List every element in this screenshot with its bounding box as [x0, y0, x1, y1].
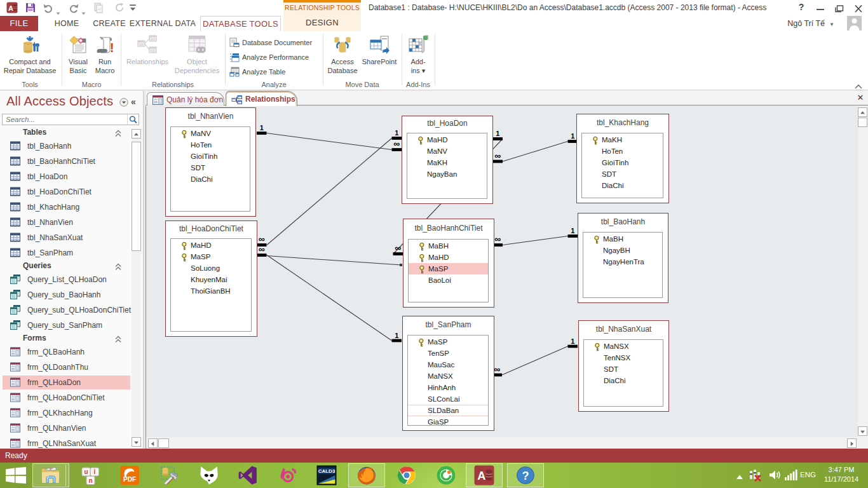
field-row-HoTen[interactable]: HoTen: [582, 146, 663, 157]
field-row-MaNV[interactable]: MaNV: [171, 128, 250, 139]
field-row-TenNSX[interactable]: TenNSX: [584, 352, 663, 363]
field-row-NgayHenTra[interactable]: NgayHenTra: [583, 256, 662, 268]
field-row-MaBH[interactable]: MaBH: [583, 233, 662, 245]
diagram-table-tbl_HoaDon[interactable]: tbl_HoaDonMaHDMaNVMaKHNgayBan: [402, 116, 493, 204]
tray-volume-icon[interactable]: [768, 469, 781, 481]
nav-scroll-down-button[interactable]: [132, 437, 141, 447]
document-tab-relationships[interactable]: Relationships: [226, 91, 297, 106]
collapse-group-icon[interactable]: [115, 128, 121, 136]
field-row-MaHD[interactable]: MaHD: [409, 252, 488, 263]
field-row-MaSP[interactable]: MaSP: [409, 263, 488, 274]
nav-item-frm_QLNhaSanXuat[interactable]: frm_QLNhaSanXuat: [0, 436, 144, 449]
field-row-NgayBH[interactable]: NgayBH: [583, 245, 662, 256]
field-row-SDT[interactable]: SDT: [171, 162, 250, 173]
field-row-DiaChi[interactable]: DiaChi: [584, 375, 663, 386]
nav-item-frm_QLHoaDon[interactable]: frm_QLHoaDon: [0, 375, 144, 390]
nav-item-Query_List_QLHoaDon[interactable]: Query_List_QLHoaDon: [0, 272, 144, 287]
search-input[interactable]: [6, 114, 120, 125]
nav-item-tbl_BaoHanh[interactable]: tbl_BaoHanh: [0, 139, 144, 154]
undo-dropdown-icon[interactable]: [56, 6, 60, 10]
field-row-HinhAnh[interactable]: HinhAnh: [408, 382, 488, 393]
nav-scrollbar[interactable]: [132, 129, 142, 447]
field-row-GioiTinh[interactable]: GioiTinh: [582, 157, 663, 168]
nav-item-Query_sub_BaoHanh[interactable]: Query_sub_BaoHanh: [0, 287, 144, 302]
canvas-scroll-up-button[interactable]: [858, 107, 867, 117]
refresh-button[interactable]: [114, 2, 125, 13]
nav-group-header-queries[interactable]: Queries: [0, 261, 144, 272]
nav-item-tbl_HoaDonChiTiet[interactable]: tbl_HoaDonChiTiet: [0, 184, 144, 200]
nav-item-Query_sub_QLHoaDonChiTiet[interactable]: Query_sub_QLHoaDonChiTiet: [0, 302, 144, 318]
nav-pane-title[interactable]: All Access Objects: [6, 94, 113, 109]
tray-time[interactable]: 3:47 PM: [826, 466, 857, 473]
field-row-MaKH[interactable]: MaKH: [582, 134, 663, 146]
collapse-ribbon-button[interactable]: [854, 82, 863, 89]
redo-button[interactable]: [68, 2, 79, 13]
field-row-MaSP[interactable]: MaSP: [171, 251, 251, 262]
nav-pane-menu-icon[interactable]: [119, 98, 128, 107]
field-row-GioiTinh[interactable]: GioiTinh: [171, 151, 250, 162]
diagram-table-tbl_BaoHanhChiTiet[interactable]: tbl_BaoHanhChiTietMaBHMaHDMaSPBaoLoi: [403, 219, 494, 308]
field-row-DiaChi[interactable]: DiaChi: [171, 173, 250, 185]
field-row-SLDaBan[interactable]: SLDaBan: [408, 405, 488, 416]
tray-device-error-icon[interactable]: [749, 468, 762, 482]
tray-show-hidden-icon[interactable]: [735, 471, 744, 478]
nav-item-tbl_BaoHanhChiTiet[interactable]: tbl_BaoHanhChiTiet: [0, 154, 144, 169]
nav-item-tbl_KhachHang[interactable]: tbl_KhachHang: [0, 200, 144, 215]
tray-date[interactable]: 11/17/2014: [822, 475, 860, 483]
tab-file[interactable]: FILE: [0, 16, 38, 31]
tab-create[interactable]: CREATE: [93, 16, 126, 31]
redo-dropdown-icon[interactable]: [81, 6, 86, 10]
field-row-MaNSX[interactable]: MaNSX: [408, 370, 488, 382]
collapse-group-icon[interactable]: [115, 262, 121, 269]
field-row-SDT[interactable]: SDT: [584, 363, 663, 375]
nav-item-tbl_NhaSanXuat[interactable]: tbl_NhaSanXuat: [0, 230, 144, 245]
diagram-table-tbl_KhachHang[interactable]: tbl_KhachHangMaKHHoTenGioiTinhSDTDiaChi: [576, 114, 669, 203]
field-row-SDT[interactable]: SDT: [582, 168, 663, 180]
nav-group-header-forms[interactable]: Forms: [0, 333, 144, 344]
nav-item-frm_QLDoanhThu[interactable]: frm_QLDoanhThu: [0, 360, 144, 375]
nav-item-tbl_NhanVien[interactable]: tbl_NhanVien: [0, 215, 144, 230]
field-row-MaNSX[interactable]: MaNSX: [584, 341, 663, 352]
field-row-SoLuong[interactable]: SoLuong: [171, 262, 251, 274]
ribbon-button-database-documenter[interactable]: Database Documenter: [229, 36, 312, 47]
field-row-DiaChi[interactable]: DiaChi: [582, 180, 663, 191]
tab-design[interactable]: DESIGN: [283, 18, 361, 27]
save-button[interactable]: [25, 2, 36, 13]
diagram-table-tbl_NhaSanXuat[interactable]: tbl_NhaSanXuatMaNSXTenNSXSDTDiaChi: [578, 320, 669, 412]
field-row-MaHD[interactable]: MaHD: [171, 240, 251, 251]
field-row-ThoiGianBH[interactable]: ThoiGianBH: [171, 285, 251, 297]
field-row-SLConLai[interactable]: SLConLai: [408, 393, 488, 405]
relationships-canvas[interactable]: 1∞1∞1∞1∞1∞1∞1∞ tbl_NhanVienMaNVHoTenGioi…: [146, 106, 858, 437]
field-row-NgayBan[interactable]: NgayBan: [407, 168, 487, 180]
nav-item-tbl_SanPham[interactable]: tbl_SanPham: [0, 245, 144, 261]
field-row-MaBH[interactable]: MaBH: [409, 240, 488, 252]
canvas-horizontal-scrollbar[interactable]: [146, 437, 858, 449]
nav-group-header-tables[interactable]: Tables: [0, 127, 144, 139]
diagram-table-tbl_SanPham[interactable]: tbl_SanPhamMaSPTenSPMauSacMaNSXHinhAnhSL…: [402, 316, 494, 431]
field-row-HoTen[interactable]: HoTen: [171, 139, 250, 151]
nav-item-Query_sub_SanPham[interactable]: Query_sub_SanPham: [0, 318, 144, 333]
nav-item-frm_QLNhanVien[interactable]: frm_QLNhanVien: [0, 421, 144, 436]
nav-item-frm_QLBaoHanh[interactable]: frm_QLBaoHanh: [0, 344, 144, 360]
canvas-scroll-down-button[interactable]: [858, 426, 867, 436]
tab-database-tools[interactable]: DATABASE TOOLS: [200, 16, 281, 31]
tray-network-icon[interactable]: [785, 470, 797, 480]
close-button[interactable]: [850, 0, 867, 15]
diagram-table-tbl_HoaDonChiTiet[interactable]: tbl_HoaDonChiTietMaHDMaSPSoLuongKhuyenMa…: [165, 220, 257, 337]
field-row-MaSP[interactable]: MaSP: [408, 336, 488, 348]
field-row-MaKH[interactable]: MaKH: [407, 157, 487, 168]
ribbon-button-add-ins-[interactable]: Add-ins ▾: [388, 33, 449, 75]
nav-item-tbl_HoaDon[interactable]: tbl_HoaDon: [0, 169, 144, 184]
field-row-BaoLoi[interactable]: BaoLoi: [409, 274, 488, 286]
restore-button[interactable]: [831, 0, 848, 15]
account-name[interactable]: Ngô Trí Tế▼: [787, 16, 834, 31]
nav-scroll-up-button[interactable]: [132, 129, 141, 139]
undo-button[interactable]: [43, 2, 54, 13]
tab-external-data[interactable]: EXTERNAL DATA: [130, 16, 196, 31]
field-row-GiaSP[interactable]: GiaSP: [408, 416, 488, 426]
diagram-table-tbl_NhanVien[interactable]: tbl_NhanVienMaNVHoTenGioiTinhSDTDiaChi: [165, 107, 256, 217]
ribbon-button-analyze-performance[interactable]: Analyze Performance: [229, 51, 309, 62]
qat-customize-button[interactable]: [129, 2, 137, 13]
canvas-vscroll-thumb[interactable]: [858, 118, 867, 127]
tray-language-indicator[interactable]: ENG: [800, 471, 816, 478]
